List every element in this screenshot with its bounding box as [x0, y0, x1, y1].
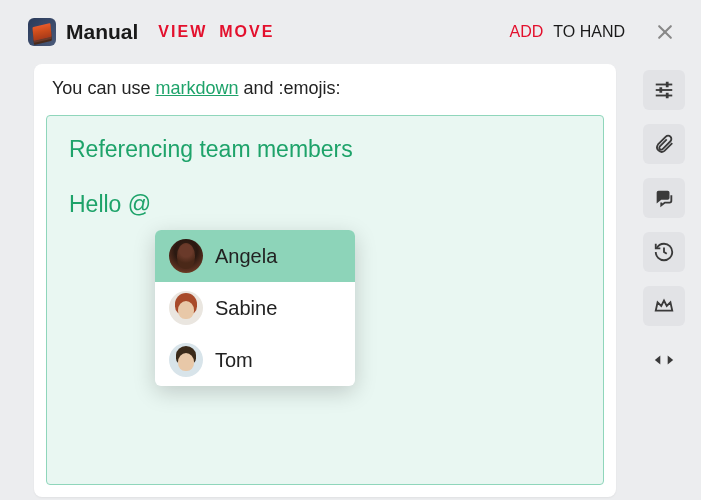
- svg-marker-8: [655, 355, 661, 364]
- add-action[interactable]: ADD: [510, 23, 544, 41]
- mention-item-angela[interactable]: Angela: [155, 230, 355, 282]
- sliders-icon[interactable]: [643, 70, 685, 110]
- close-icon[interactable]: [649, 16, 681, 48]
- history-icon[interactable]: [643, 232, 685, 272]
- svg-rect-6: [659, 87, 662, 93]
- svg-rect-4: [656, 95, 673, 97]
- mention-item-tom[interactable]: Tom: [155, 334, 355, 386]
- view-action[interactable]: VIEW: [158, 23, 207, 41]
- editor-line-1: Referencing team members: [69, 136, 581, 163]
- app-icon: [28, 18, 56, 46]
- move-action[interactable]: MOVE: [219, 23, 274, 41]
- app-title: Manual: [66, 20, 138, 44]
- avatar: [169, 343, 203, 377]
- hint-prefix: You can use: [52, 78, 155, 98]
- side-toolbar: [643, 70, 687, 380]
- mention-popup: Angela Sabine Tom: [155, 230, 355, 386]
- avatar: [169, 239, 203, 273]
- mention-name: Tom: [215, 349, 253, 372]
- to-hand-action[interactable]: TO HAND: [553, 23, 625, 41]
- editor-textarea[interactable]: Referencing team members Hello @ Angela …: [46, 115, 604, 485]
- header-bar: Manual VIEW MOVE ADD TO HAND: [0, 0, 701, 60]
- hint-suffix: and :emojis:: [238, 78, 340, 98]
- mention-name: Sabine: [215, 297, 277, 320]
- svg-rect-2: [656, 84, 673, 86]
- crown-icon[interactable]: [643, 286, 685, 326]
- paperclip-icon[interactable]: [643, 124, 685, 164]
- svg-rect-3: [656, 89, 673, 91]
- svg-rect-7: [666, 93, 669, 99]
- comments-icon[interactable]: [643, 178, 685, 218]
- markdown-link[interactable]: markdown: [155, 78, 238, 98]
- expand-horizontal-icon[interactable]: [643, 340, 685, 380]
- mention-item-sabine[interactable]: Sabine: [155, 282, 355, 334]
- card-panel: You can use markdown and :emojis: Refere…: [34, 64, 616, 497]
- hint-bar: You can use markdown and :emojis:: [34, 64, 616, 111]
- header-actions-left: VIEW MOVE: [158, 23, 274, 41]
- avatar: [169, 291, 203, 325]
- editor-line-2: Hello @: [69, 191, 581, 218]
- mention-name: Angela: [215, 245, 277, 268]
- header-actions-right: ADD TO HAND: [510, 16, 682, 48]
- svg-rect-5: [666, 82, 669, 88]
- svg-marker-9: [668, 355, 674, 364]
